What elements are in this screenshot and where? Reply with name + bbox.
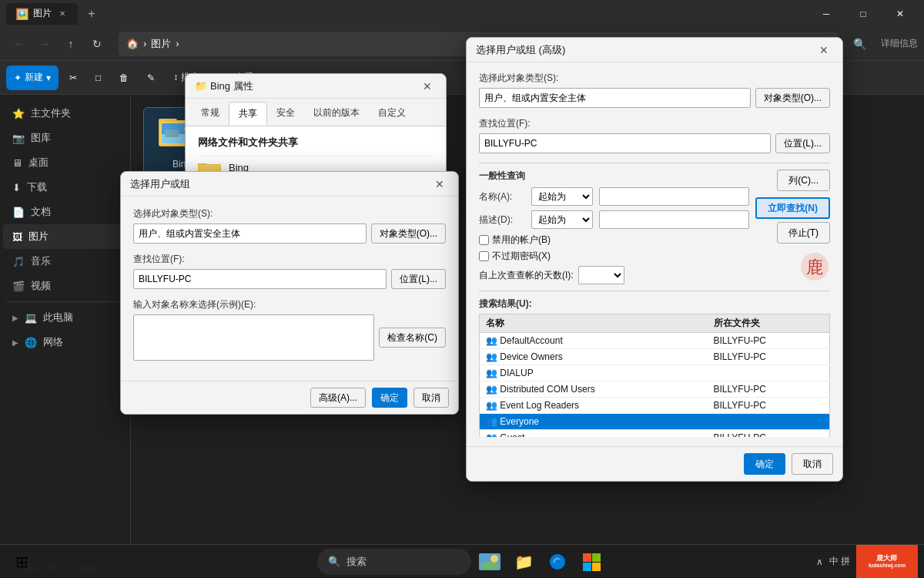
sidebar-item-downloads[interactable]: ⬇ 下载 — [3, 175, 127, 200]
table-row[interactable]: 👥 DIALUP — [480, 365, 830, 381]
new-tab-btn[interactable]: + — [81, 3, 102, 25]
location-input[interactable] — [133, 269, 387, 289]
search-btn[interactable]: 🔍 — [847, 32, 872, 56]
tab-close-btn[interactable]: ✕ — [56, 8, 69, 20]
object-type-group: 选择此对象类型(S): 对象类型(O)... — [133, 207, 446, 244]
home-label: 主文件夹 — [31, 106, 71, 120]
tab-previous[interactable]: 以前的版本 — [304, 102, 369, 126]
new-button[interactable]: ✦ 新建 ▾ — [6, 66, 59, 90]
svg-text:鹿: 鹿 — [806, 257, 823, 277]
taskbar-lang[interactable]: 中 拼 — [829, 555, 850, 568]
taskbar-app1[interactable] — [474, 546, 505, 577]
stop-btn[interactable]: 停止(T) — [777, 222, 830, 244]
music-icon: 🎵 — [12, 256, 25, 267]
result-name-cell: 👥 DIALUP — [480, 365, 708, 381]
result-name-cell: 👥 Distributed COM Users — [480, 381, 708, 398]
cancel-btn[interactable]: 取消 — [413, 388, 449, 408]
maximize-btn[interactable]: □ — [845, 0, 881, 27]
adv-object-type-btn[interactable]: 对象类型(O)... — [755, 88, 830, 108]
table-row[interactable]: 👥 Guest BILLYFU-PC — [480, 430, 830, 438]
pictures-label: 图片 — [28, 230, 49, 244]
explorer-tab[interactable]: 🖼️ 图片 ✕ — [6, 3, 78, 25]
close-btn[interactable]: ✕ — [882, 0, 918, 27]
table-row[interactable]: 👥 Everyone — [480, 414, 830, 430]
copy-btn[interactable]: □ — [88, 66, 109, 90]
sidebar-item-documents[interactable]: 📄 文档 — [3, 200, 127, 224]
adv-location-input[interactable] — [479, 133, 771, 153]
query-title: 一般性查询 — [479, 170, 749, 183]
sidebar-item-music[interactable]: 🎵 音乐 — [3, 249, 127, 274]
table-row[interactable]: 👥 DefaultAccount BILLYFU-PC — [480, 333, 830, 349]
col-location-header[interactable]: 所在文件夹 — [708, 314, 830, 333]
taskbar-explorer[interactable]: 📁 — [508, 546, 539, 577]
col-name-header[interactable]: 名称 — [480, 314, 708, 333]
days-select[interactable] — [578, 266, 624, 284]
minimize-btn[interactable]: ─ — [808, 0, 844, 27]
tab-share[interactable]: 共享 — [229, 102, 267, 126]
object-type-input[interactable] — [133, 223, 367, 244]
location-btn[interactable]: 位置(L)... — [391, 269, 446, 289]
adv-cancel-btn[interactable]: 取消 — [792, 453, 833, 475]
videos-label: 视频 — [31, 279, 51, 293]
taskbar-up-arrow[interactable]: ∧ — [816, 556, 823, 567]
window-controls: ─ □ ✕ — [808, 0, 918, 27]
computer-label: 此电脑 — [43, 311, 73, 324]
bing-props-close[interactable]: ✕ — [418, 77, 437, 96]
sidebar-item-home[interactable]: ⭐ 主文件夹 — [3, 101, 127, 126]
delete-btn[interactable]: 🗑 — [112, 66, 136, 90]
taskbar-store[interactable] — [576, 546, 607, 577]
sidebar-item-pictures[interactable]: 🖼 图片 — [3, 224, 127, 249]
tab-general[interactable]: 常规 — [192, 102, 229, 126]
select-user-adv-close[interactable]: ✕ — [815, 41, 833, 59]
check-names-btn[interactable]: 检查名称(C) — [379, 328, 446, 348]
sidebar-item-gallery[interactable]: 📷 图库 — [3, 126, 127, 150]
col-btn[interactable]: 列(C)... — [777, 170, 830, 191]
up-btn[interactable]: ↑ — [59, 32, 83, 56]
start-btn[interactable]: ⊞ — [6, 546, 37, 577]
refresh-btn[interactable]: ↻ — [85, 32, 109, 56]
sidebar-item-network[interactable]: ▶ 🌐 网络 — [3, 330, 127, 355]
search-now-btn[interactable]: 立即查找(N) — [755, 197, 830, 219]
detail-info-btn[interactable]: 详细信息 — [881, 37, 918, 50]
table-row[interactable]: 👥 Event Log Readers BILLYFU-PC — [480, 398, 830, 414]
sidebar-item-videos[interactable]: 🎬 视频 — [3, 274, 127, 298]
sidebar-item-computer[interactable]: ▶ 💻 此电脑 — [3, 305, 127, 330]
tab-custom[interactable]: 自定义 — [369, 102, 415, 126]
select-user-small-close[interactable]: ✕ — [430, 175, 449, 193]
input-name-label: 输入对象名称来选择(示例)(E): — [133, 298, 446, 311]
adv-object-type-label: 选择此对象类型(S): — [479, 72, 830, 85]
table-row[interactable]: 👥 Device Owners BILLYFU-PC — [480, 349, 830, 365]
results-label: 搜索结果(U): — [479, 297, 830, 311]
ludashen-logo: 鹿大师 ludashiwj.com — [856, 545, 918, 579]
adv-object-type-input[interactable] — [479, 88, 751, 108]
disabled-checkbox[interactable] — [479, 235, 489, 245]
taskbar-edge[interactable] — [542, 546, 573, 577]
desc-select[interactable]: 起始为 — [531, 210, 593, 229]
table-row[interactable]: 👥 Distributed COM Users BILLYFU-PC — [480, 381, 830, 398]
ok-btn[interactable]: 确定 — [372, 388, 407, 408]
result-user-icon: 👥 — [486, 384, 497, 395]
back-btn[interactable]: ← — [6, 32, 31, 56]
desktop-label: 桌面 — [28, 156, 49, 170]
ludashen-text2: ludashiwj.com — [869, 563, 906, 569]
name-input[interactable] — [599, 187, 749, 206]
advanced-btn[interactable]: 高级(A)... — [310, 388, 366, 408]
cut-btn[interactable]: ✂ — [62, 66, 85, 90]
taskbar-search[interactable]: 🔍 搜索 — [317, 549, 471, 575]
tab-security[interactable]: 安全 — [267, 102, 304, 126]
forward-btn[interactable]: → — [32, 32, 57, 56]
select-user-adv-title: 选择用户或组 (高级) — [476, 43, 565, 57]
object-name-textarea[interactable] — [133, 314, 374, 361]
sidebar-item-desktop[interactable]: 🖥 桌面 — [3, 150, 127, 175]
name-select[interactable]: 起始为 — [531, 187, 593, 206]
results-scrollable[interactable]: 名称 所在文件夹 👥 DefaultAccount BILLYFU-PC 👥 D… — [479, 314, 830, 437]
desc-input[interactable] — [599, 210, 749, 229]
no-expire-checkbox[interactable] — [479, 251, 489, 261]
rename-btn[interactable]: ✎ — [139, 66, 162, 90]
adv-location-label: 查找位置(F): — [479, 117, 830, 130]
adv-ok-btn[interactable]: 确定 — [744, 453, 785, 475]
adv-dialog-footer: 确定 取消 — [467, 446, 842, 481]
object-type-btn[interactable]: 对象类型(O)... — [371, 223, 446, 244]
network-icon: 🌐 — [25, 337, 37, 348]
adv-location-btn[interactable]: 位置(L)... — [775, 133, 830, 153]
